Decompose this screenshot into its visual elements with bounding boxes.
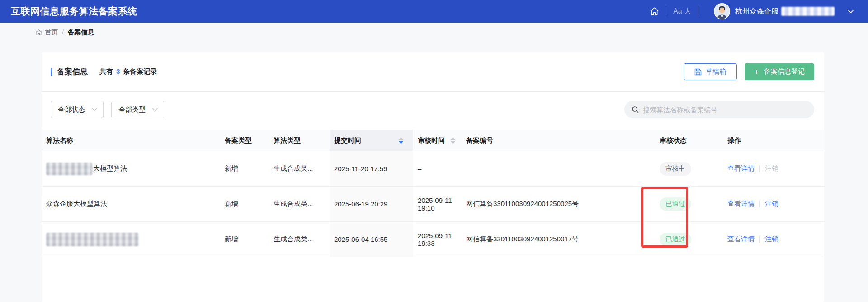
count-suffix: 条备案记录	[123, 67, 157, 75]
app-title: 互联网信息服务算法备案系统	[11, 5, 137, 18]
submit-time-label: 提交时间	[334, 136, 361, 145]
cell-filing-type: 新增	[220, 187, 269, 221]
save-icon	[694, 68, 702, 76]
home-icon[interactable]	[650, 7, 659, 16]
breadcrumb-current: 备案信息	[68, 28, 94, 37]
view-details-link[interactable]: 查看详情	[727, 235, 755, 244]
view-details-link[interactable]: 查看详情	[727, 164, 755, 173]
cell-name	[42, 222, 220, 257]
redacted-user-name	[781, 7, 835, 16]
title-accent-bar	[51, 68, 52, 76]
cell-name: 大模型算法	[42, 151, 220, 186]
sort-carets-review-time[interactable]	[451, 137, 455, 144]
cell-algo-type: 生成合成类...	[269, 187, 330, 221]
panel-title-group: 备案信息 共有3条备案记录	[51, 67, 157, 77]
chevron-down-icon	[152, 108, 158, 111]
action-divider	[760, 165, 760, 172]
view-details-link[interactable]: 查看详情	[727, 200, 755, 208]
panel-title: 备案信息	[57, 67, 88, 77]
cancel-filing-link[interactable]: 注销	[765, 235, 778, 244]
col-header-name: 算法名称	[42, 130, 220, 151]
status-badge: 已通过	[660, 197, 691, 211]
search-box	[624, 101, 814, 118]
cell-status: 审核中	[655, 151, 723, 186]
status-filter-select[interactable]: 全部状态	[51, 101, 104, 118]
register-filing-label: 备案信息登记	[764, 67, 805, 76]
table-row: 新增 生成合成类... 2025-06-04 16:55 2025-09-11 …	[42, 222, 824, 257]
algorithm-name: 大模型算法	[93, 164, 127, 173]
topbar-right: Aa 大 杭州众森企服	[650, 3, 854, 20]
cell-review-time: 2025-09-11 19:33	[413, 222, 462, 257]
cell-review-time: 2025-09-11 19:10	[413, 187, 462, 221]
page: 互联网信息服务算法备案系统 Aa 大	[0, 0, 868, 302]
table-row: 众森企服大模型算法 新增 生成合成类... 2025-06-19 20:29 2…	[42, 187, 824, 222]
plus-icon: +	[754, 67, 759, 76]
record-count: 3	[116, 67, 120, 75]
col-header-submit-time[interactable]: 提交时间	[330, 130, 413, 151]
breadcrumb: 首页 / 备案信息	[0, 23, 868, 42]
record-count-text: 共有3条备案记录	[99, 67, 157, 76]
cell-actions: 查看详情 注销	[723, 187, 824, 221]
cell-name: 众森企服大模型算法	[42, 187, 220, 221]
cell-filing-type: 新增	[220, 151, 269, 186]
cell-algo-type: 生成合成类...	[269, 151, 330, 186]
user-name: 杭州众森企服	[735, 7, 778, 16]
col-header-filing-type: 备案类型	[220, 130, 269, 151]
cell-filing-no	[462, 151, 655, 186]
type-filter-select[interactable]: 全部类型	[111, 101, 164, 118]
filter-row: 全部状态 全部类型	[42, 92, 824, 118]
cell-algo-type: 生成合成类...	[269, 222, 330, 257]
status-filter-value: 全部状态	[58, 105, 85, 114]
register-filing-button[interactable]: + 备案信息登记	[745, 63, 814, 80]
draft-box-label: 草稿箱	[706, 67, 726, 76]
redacted-text	[46, 233, 139, 246]
breadcrumb-home-label: 首页	[45, 28, 58, 37]
cell-actions: 查看详情 注销	[723, 222, 824, 257]
search-icon	[632, 106, 639, 113]
breadcrumb-separator: /	[62, 29, 64, 36]
cell-status: 已通过	[655, 222, 723, 257]
table-row: 大模型算法 新增 生成合成类... 2025-11-20 17:59 – 审核中…	[42, 151, 824, 187]
cell-filing-type: 新增	[220, 222, 269, 257]
sort-carets-submit-time[interactable]	[399, 137, 403, 144]
chevron-down-icon[interactable]	[847, 9, 854, 14]
panel-header: 备案信息 共有3条备案记录 草稿箱 + 备案信息登记	[42, 52, 824, 91]
cancel-filing-link: 注销	[765, 164, 778, 173]
topbar: 互联网信息服务算法备案系统 Aa 大	[0, 0, 868, 23]
filing-panel: 备案信息 共有3条备案记录 草稿箱 + 备案信息登记 全部状态	[42, 52, 824, 302]
cell-filing-no: 网信算备330110030924001250025号	[462, 187, 655, 221]
action-divider	[760, 236, 760, 243]
action-divider	[760, 201, 760, 207]
filing-table: 算法名称 备案类型 算法类型 提交时间 审核时间 备案编号 审核状态 操作	[42, 130, 824, 257]
chevron-down-icon	[92, 108, 97, 111]
table-header-row: 算法名称 备案类型 算法类型 提交时间 审核时间 备案编号 审核状态 操作	[42, 130, 824, 151]
search-input[interactable]	[643, 106, 807, 114]
home-icon	[35, 29, 42, 36]
cell-submit-time: 2025-06-04 16:55	[330, 222, 413, 257]
font-size-toggle[interactable]: Aa 大	[673, 7, 691, 16]
divider	[666, 5, 666, 17]
panel-actions: 草稿箱 + 备案信息登记	[684, 63, 814, 80]
count-prefix: 共有	[99, 67, 113, 75]
algorithm-name: 众森企服大模型算法	[46, 200, 107, 208]
status-badge: 已通过	[660, 233, 691, 246]
divider	[698, 5, 698, 17]
avatar[interactable]	[713, 3, 731, 20]
col-header-status: 审核状态	[655, 130, 723, 151]
col-header-algo-type: 算法类型	[269, 130, 330, 151]
status-badge: 审核中	[660, 162, 691, 176]
type-filter-value: 全部类型	[118, 105, 146, 114]
col-header-filing-no: 备案编号	[462, 130, 655, 151]
cell-status: 已通过	[655, 187, 723, 221]
cell-submit-time: 2025-06-19 20:29	[330, 187, 413, 221]
cell-review-time: –	[413, 151, 462, 186]
col-header-review-time[interactable]: 审核时间	[413, 130, 462, 151]
cell-actions: 查看详情 注销	[723, 151, 824, 186]
redacted-text	[46, 163, 92, 175]
col-header-actions: 操作	[723, 130, 824, 151]
draft-box-button[interactable]: 草稿箱	[684, 63, 737, 80]
review-time-label: 审核时间	[418, 136, 445, 145]
cell-filing-no: 网信算备330110030924001250017号	[462, 222, 655, 257]
cancel-filing-link[interactable]: 注销	[765, 200, 778, 208]
breadcrumb-home[interactable]: 首页	[35, 28, 58, 37]
